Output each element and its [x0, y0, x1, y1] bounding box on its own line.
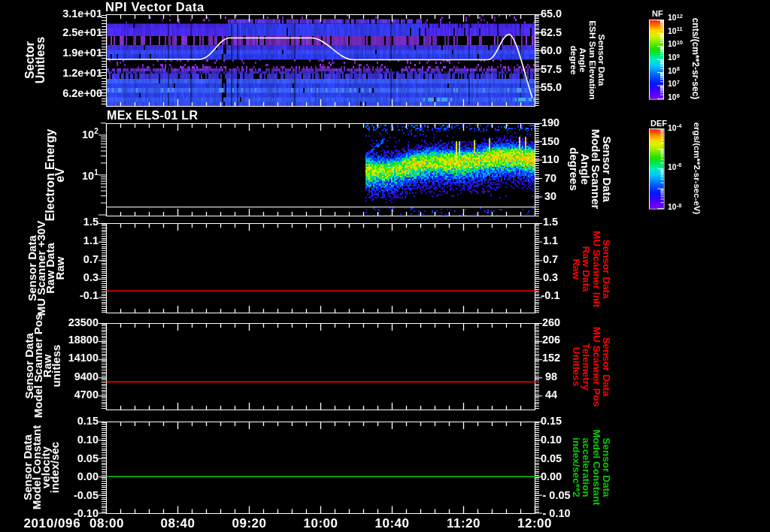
svg-text:12:00: 12:00	[517, 516, 552, 530]
svg-text:206: 206	[542, 334, 560, 346]
svg-text:57.5: 57.5	[541, 63, 562, 75]
svg-text:Raw: Raw	[53, 256, 66, 280]
svg-text:ergs/(cm**2-sr-sec-eV): ergs/(cm**2-sr-sec-eV)	[693, 122, 702, 215]
svg-text:11:20: 11:20	[447, 516, 480, 530]
svg-text:1.2e+01: 1.2e+01	[62, 67, 102, 79]
svg-text:0.10: 0.10	[77, 434, 99, 446]
svg-text:- 0.05: - 0.05	[543, 489, 571, 501]
svg-text:44: 44	[545, 388, 557, 401]
svg-text:0.00: 0.00	[541, 470, 562, 482]
svg-text:0.00: 0.00	[77, 470, 99, 482]
svg-text:106: 106	[668, 92, 680, 102]
svg-text:2.5e+01: 2.5e+01	[62, 26, 102, 38]
svg-text:1.9e+01: 1.9e+01	[62, 47, 102, 59]
svg-text:unitless: unitless	[50, 345, 62, 388]
svg-text:60.0: 60.0	[541, 44, 562, 56]
svg-text:eV: eV	[53, 168, 66, 183]
svg-text:10:00: 10:00	[304, 516, 338, 530]
svg-text:4700: 4700	[74, 388, 99, 401]
svg-text:0.15: 0.15	[541, 415, 562, 427]
svg-text:190: 190	[541, 116, 559, 128]
svg-text:1.1: 1.1	[83, 234, 99, 246]
svg-text:-0.1: -0.1	[541, 289, 560, 301]
svg-text:DEF: DEF	[650, 119, 667, 128]
svg-text:index/sec**2: index/sec**2	[571, 437, 582, 497]
svg-text:index/sec: index/sec	[48, 442, 61, 493]
svg-text:98: 98	[545, 370, 557, 382]
svg-text:150: 150	[541, 135, 559, 147]
svg-text:degrees: degrees	[568, 147, 581, 191]
svg-text:14100: 14100	[68, 352, 99, 364]
svg-text:-0.05: -0.05	[74, 489, 99, 501]
svg-text:1011: 1011	[668, 26, 683, 35]
svg-text:1.1: 1.1	[543, 234, 558, 246]
svg-text:1012: 1012	[668, 13, 683, 23]
svg-text:152: 152	[542, 352, 560, 364]
svg-text:1.5: 1.5	[543, 216, 558, 228]
svg-text:Unitless: Unitless	[571, 347, 582, 387]
svg-text:0.7: 0.7	[543, 253, 558, 265]
svg-text:0.3: 0.3	[83, 271, 99, 283]
svg-text:10-4: 10-4	[668, 122, 682, 132]
svg-text:0.05: 0.05	[77, 452, 99, 464]
svg-text:Unitless: Unitless	[34, 37, 47, 83]
svg-text:0.10: 0.10	[541, 434, 562, 446]
svg-text:0.05: 0.05	[541, 452, 562, 464]
svg-text:NPI Vector Data: NPI Vector Data	[105, 0, 205, 14]
svg-text:0.7: 0.7	[83, 253, 99, 265]
svg-text:110: 110	[541, 153, 559, 165]
svg-text:107: 107	[668, 79, 680, 89]
svg-text:1.5: 1.5	[83, 216, 99, 228]
svg-text:1010: 1010	[668, 39, 683, 49]
svg-text:3.1e+01: 3.1e+01	[62, 8, 102, 20]
svg-text:2010/096: 2010/096	[24, 516, 81, 530]
svg-text:0.3: 0.3	[543, 271, 558, 283]
svg-text:NF: NF	[652, 9, 663, 18]
svg-text:08:40: 08:40	[161, 516, 196, 530]
svg-text:08:00: 08:00	[89, 516, 124, 530]
svg-text:Raw: Raw	[571, 258, 582, 280]
svg-text:MEx ELS-01 LR: MEx ELS-01 LR	[107, 109, 198, 122]
svg-text:09:20: 09:20	[232, 516, 267, 530]
svg-text:102: 102	[82, 127, 99, 141]
svg-text:70: 70	[544, 172, 556, 184]
svg-text:260: 260	[542, 316, 560, 328]
svg-text:degree: degree	[568, 46, 579, 75]
svg-text:30: 30	[544, 190, 556, 202]
svg-text:55.0: 55.0	[541, 81, 562, 93]
svg-text:10-6: 10-6	[668, 162, 681, 171]
svg-text:108: 108	[668, 65, 680, 75]
svg-text:9400: 9400	[74, 370, 99, 382]
svg-text:6.2e+00: 6.2e+00	[62, 87, 102, 99]
svg-text:101: 101	[82, 168, 99, 182]
svg-text:cnts/(cm**2-sr-sec): cnts/(cm**2-sr-sec)	[690, 18, 701, 100]
svg-text:62.5: 62.5	[541, 26, 562, 38]
svg-text:10:40: 10:40	[375, 516, 410, 530]
svg-text:18800: 18800	[68, 334, 99, 346]
svg-text:65.0: 65.0	[541, 8, 562, 20]
svg-text:-0.1: -0.1	[80, 289, 99, 301]
svg-text:109: 109	[668, 53, 680, 62]
svg-text:10-8: 10-8	[668, 202, 681, 212]
svg-text:23500: 23500	[68, 316, 99, 328]
svg-text:0.15: 0.15	[77, 415, 99, 427]
